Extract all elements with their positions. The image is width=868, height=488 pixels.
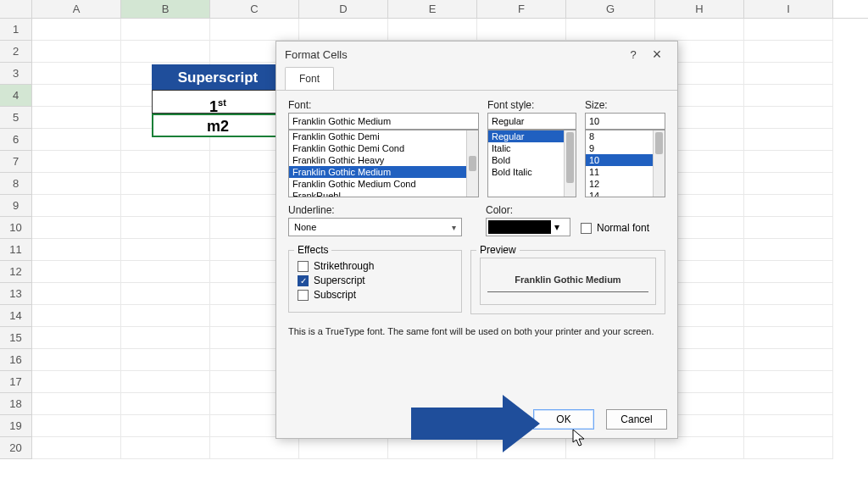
row-header[interactable]: 14 [0, 305, 32, 327]
cell[interactable] [32, 349, 121, 371]
row-header[interactable]: 10 [0, 217, 32, 239]
list-item[interactable]: Franklin Gothic Demi [289, 130, 478, 142]
row-header[interactable]: 19 [0, 415, 32, 437]
cell[interactable] [32, 261, 121, 283]
cell[interactable] [121, 41, 210, 63]
scrollbar[interactable] [564, 130, 576, 197]
col-header-a[interactable]: A [32, 0, 121, 18]
cell[interactable] [32, 415, 121, 437]
col-header-h[interactable]: H [655, 0, 744, 18]
cell[interactable] [32, 195, 121, 217]
row-header[interactable]: 12 [0, 261, 32, 283]
list-item[interactable]: Italic [488, 142, 576, 154]
cell[interactable] [32, 173, 121, 195]
style-input[interactable] [487, 113, 576, 130]
cell[interactable] [32, 107, 121, 129]
size-listbox[interactable]: 8 9 10 11 12 14 [585, 130, 665, 197]
cell[interactable] [744, 85, 833, 107]
cell[interactable] [121, 415, 210, 437]
subscript-checkbox[interactable] [298, 290, 309, 301]
scrollbar-thumb[interactable] [655, 132, 663, 154]
cell[interactable] [32, 19, 121, 41]
cell[interactable] [655, 19, 744, 41]
cell[interactable] [210, 437, 299, 459]
cell[interactable] [744, 41, 833, 63]
list-item[interactable]: Bold Italic [488, 166, 576, 178]
row-header[interactable]: 8 [0, 173, 32, 195]
cell[interactable] [744, 217, 833, 239]
row-header[interactable]: 5 [0, 107, 32, 129]
cell[interactable] [32, 85, 121, 107]
superscript-checkbox[interactable]: ✓ [298, 275, 309, 286]
tab-font[interactable]: Font [285, 67, 334, 90]
row-header[interactable]: 4 [0, 85, 32, 107]
cell[interactable] [655, 437, 744, 459]
cell[interactable] [121, 261, 210, 283]
close-button[interactable]: × [645, 48, 669, 60]
sample-cell-1st[interactable]: 1st [152, 90, 284, 114]
font-input[interactable] [288, 113, 479, 130]
list-item[interactable]: Franklin Gothic Medium [289, 166, 478, 178]
row-header[interactable]: 16 [0, 349, 32, 371]
col-header-c[interactable]: C [210, 0, 299, 18]
cell[interactable] [32, 239, 121, 261]
cell[interactable] [32, 305, 121, 327]
list-item[interactable]: Regular [488, 130, 576, 142]
cell[interactable] [121, 217, 210, 239]
cell[interactable] [744, 393, 833, 415]
cell[interactable] [744, 349, 833, 371]
cell[interactable] [744, 283, 833, 305]
color-dropdown[interactable]: ▾ [486, 218, 570, 236]
col-header-d[interactable]: D [299, 0, 388, 18]
dialog-title-bar[interactable]: Format Cells ? × [276, 42, 677, 67]
scrollbar[interactable] [466, 130, 478, 197]
col-header-g[interactable]: G [566, 0, 655, 18]
normal-font-checkbox[interactable] [581, 223, 592, 234]
cell[interactable] [121, 393, 210, 415]
row-header[interactable]: 15 [0, 327, 32, 349]
cell[interactable] [388, 19, 477, 41]
cell[interactable] [299, 19, 388, 41]
cancel-button[interactable]: Cancel [606, 409, 667, 430]
cell[interactable] [32, 371, 121, 393]
row-header[interactable]: 9 [0, 195, 32, 217]
cell[interactable] [744, 239, 833, 261]
cell[interactable] [32, 283, 121, 305]
strikethrough-checkbox[interactable] [298, 261, 309, 272]
cell[interactable] [299, 437, 388, 459]
style-listbox[interactable]: Regular Italic Bold Bold Italic [487, 130, 576, 197]
cell[interactable] [32, 437, 121, 459]
row-header[interactable]: 1 [0, 19, 32, 41]
scrollbar[interactable] [653, 130, 665, 197]
row-header[interactable]: 3 [0, 63, 32, 85]
row-header[interactable]: 20 [0, 437, 32, 459]
cell[interactable] [121, 151, 210, 173]
row-header[interactable]: 2 [0, 41, 32, 63]
cell[interactable] [744, 371, 833, 393]
list-item[interactable]: Franklin Gothic Demi Cond [289, 142, 478, 154]
cell[interactable] [744, 129, 833, 151]
cell[interactable] [744, 63, 833, 85]
cell[interactable] [121, 305, 210, 327]
cell[interactable] [121, 283, 210, 305]
size-input[interactable] [585, 113, 665, 130]
cell[interactable] [744, 437, 833, 459]
cell[interactable] [744, 195, 833, 217]
list-item[interactable]: FrankRuehl [289, 190, 478, 197]
col-header-b[interactable]: B [121, 0, 210, 18]
font-listbox[interactable]: Franklin Gothic Demi Franklin Gothic Dem… [288, 130, 479, 197]
row-header[interactable]: 17 [0, 371, 32, 393]
cell[interactable] [32, 217, 121, 239]
list-item[interactable]: Franklin Gothic Heavy [289, 154, 478, 166]
cell[interactable] [121, 19, 210, 41]
cell[interactable] [32, 129, 121, 151]
cell[interactable] [32, 151, 121, 173]
cell[interactable] [566, 437, 655, 459]
cell[interactable] [744, 305, 833, 327]
scrollbar-thumb[interactable] [469, 156, 476, 171]
sample-table-header[interactable]: Superscript [152, 64, 284, 90]
cell[interactable] [744, 107, 833, 129]
row-header[interactable]: 18 [0, 393, 32, 415]
col-header-e[interactable]: E [388, 0, 477, 18]
row-header[interactable]: 13 [0, 283, 32, 305]
